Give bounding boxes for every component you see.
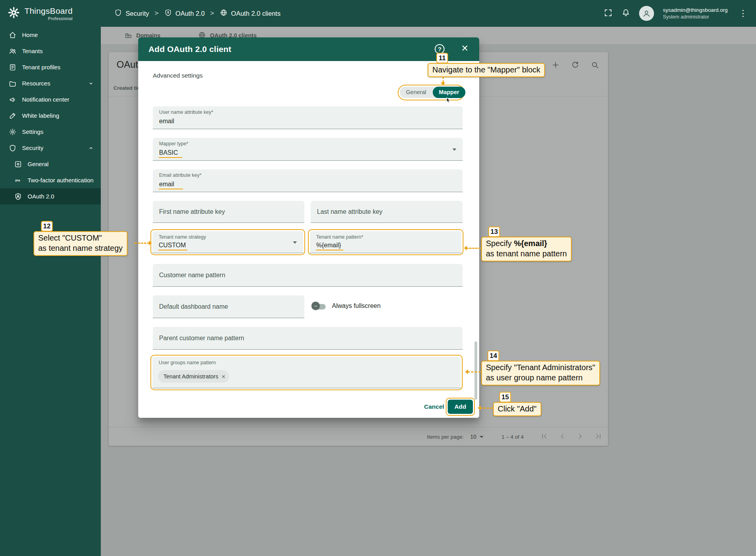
sidebar-item-security-general[interactable]: General	[0, 156, 101, 172]
general-settings-icon	[14, 160, 22, 168]
app-name: ThingsBoard	[24, 6, 72, 16]
close-icon[interactable]: ×	[461, 42, 468, 55]
sidebar-item-home[interactable]: Home	[0, 27, 101, 43]
tenant-strategy-highlight: Tenant name strategy CUSTOM	[150, 229, 305, 255]
tenant-name-strategy-select[interactable]: Tenant name strategy CUSTOM	[152, 231, 303, 253]
tenant-administrators-chip[interactable]: Tenant Administrators ×	[158, 370, 229, 383]
breadcrumb-oauth-clients[interactable]: OAuth 2.0 clients	[220, 9, 281, 18]
tutorial-underline	[159, 189, 183, 190]
white-labeling-icon	[9, 112, 17, 120]
sidebar-item-resources[interactable]: Resources	[0, 75, 101, 91]
breadcrumb-separator: >	[210, 9, 214, 17]
breadcrumb-oauth[interactable]: OAuth 2.0	[164, 9, 205, 18]
sidebar-item-oauth[interactable]: OAuth 2.0	[0, 188, 101, 204]
chevron-down-icon	[452, 148, 456, 151]
breadcrumb-security[interactable]: Security	[114, 9, 149, 18]
add-oauth-client-dialog: Add OAuth 2.0 client ? × Advanced settin…	[138, 37, 479, 418]
toggle-option-mapper[interactable]: Mapper	[433, 87, 466, 98]
top-bar: Security > OAuth 2.0 > OAuth 2.0 clients…	[101, 0, 756, 27]
first-name-attribute-key-field[interactable]: First name attribute key	[153, 201, 304, 223]
toggle-highlight: General Mapper	[398, 85, 465, 100]
user-groups-highlight: User groups name pattern Tenant Administ…	[150, 355, 463, 390]
two-factor-icon: 2FA	[14, 176, 22, 184]
tenant-pattern-highlight: Tenant name pattern* %{email}	[308, 229, 463, 255]
home-icon	[9, 31, 17, 39]
chevron-up-icon	[87, 145, 94, 152]
always-fullscreen-label: Always fullscreen	[332, 302, 381, 310]
app-edition: Professional	[48, 16, 73, 21]
settings-gear-icon	[9, 128, 17, 136]
mapper-type-select[interactable]: Mapper type* BASIC	[153, 138, 463, 161]
tenant-profiles-icon	[9, 63, 17, 71]
tutorial-underline	[316, 250, 343, 251]
parent-customer-name-pattern-field[interactable]: Parent customer name pattern	[153, 327, 463, 350]
advanced-settings-label: Advanced settings	[153, 72, 203, 79]
shield-lock-icon	[164, 9, 172, 18]
user-email: sysadmin@thingsboard.org	[663, 7, 728, 14]
sidebar-item-notification-center[interactable]: Notification center	[0, 91, 101, 107]
last-name-attribute-key-field[interactable]: Last name attribute key	[311, 201, 463, 223]
tenants-icon	[9, 47, 17, 55]
username-attribute-key-field[interactable]: User name attribute key* email	[153, 106, 463, 129]
add-button[interactable]: Add	[448, 400, 473, 414]
sidebar-item-white-labeling[interactable]: White labeling	[0, 107, 101, 124]
notifications-bell-icon[interactable]	[621, 8, 630, 19]
sidebar-item-settings[interactable]: Settings	[0, 124, 101, 140]
fullscreen-icon[interactable]	[604, 8, 613, 19]
breadcrumb-separator: >	[155, 9, 159, 17]
cancel-button[interactable]: Cancel	[424, 403, 444, 410]
customer-name-pattern-field[interactable]: Customer name pattern	[153, 264, 463, 287]
thingsboard-logo-icon	[7, 6, 20, 21]
chevron-down-icon	[87, 80, 94, 87]
email-attribute-key-field[interactable]: Email attribute key* email	[153, 169, 463, 192]
kebab-menu-icon[interactable]: ⋮	[736, 9, 750, 18]
tutorial-underline	[158, 250, 187, 251]
dialog-body: Advanced settings General Mapper User na…	[138, 61, 479, 418]
notification-center-icon	[9, 96, 17, 104]
breadcrumb: Security > OAuth 2.0 > OAuth 2.0 clients	[114, 9, 280, 18]
sidebar-item-tenant-profiles[interactable]: Tenant profiles	[0, 59, 101, 75]
chip-remove-icon[interactable]: ×	[221, 373, 225, 380]
sidebar: ThingsBoard Professional Home Tenants Te…	[0, 0, 101, 556]
add-button-highlight: Add	[446, 398, 475, 416]
oauth-shield-icon	[14, 193, 22, 200]
dialog-title: Add OAuth 2.0 client	[148, 44, 232, 54]
avatar[interactable]	[639, 6, 654, 21]
sidebar-nav: Home Tenants Tenant profiles Resources N…	[0, 27, 101, 204]
general-mapper-toggle: General Mapper	[400, 87, 465, 98]
dialog-header: Add OAuth 2.0 client ? ×	[138, 37, 479, 61]
shield-icon	[114, 9, 122, 18]
default-dashboard-name-field[interactable]: Default dashboard name	[153, 295, 304, 318]
resources-icon	[9, 80, 17, 87]
screen: ThingsBoard Professional Home Tenants Te…	[0, 0, 756, 556]
user-groups-name-pattern-field[interactable]: User groups name pattern Tenant Administ…	[152, 357, 461, 388]
sidebar-item-security[interactable]: Security	[0, 140, 101, 156]
modal-scrollbar[interactable]	[474, 341, 477, 400]
toggle-option-general[interactable]: General	[400, 87, 433, 98]
chevron-down-icon	[293, 241, 297, 244]
user-role: System administrator	[663, 14, 728, 20]
sidebar-item-tenants[interactable]: Tenants	[0, 43, 101, 59]
tenant-name-pattern-field[interactable]: Tenant name pattern* %{email}	[310, 231, 461, 253]
tutorial-underline	[159, 157, 182, 158]
app-logo[interactable]: ThingsBoard Professional	[0, 0, 101, 27]
toggle-knob: −	[311, 302, 320, 310]
always-fullscreen-toggle[interactable]: −	[312, 303, 326, 311]
sidebar-item-two-factor-authentication[interactable]: 2FA Two-factor authentication	[0, 172, 101, 188]
svg-text:2FA: 2FA	[15, 179, 20, 182]
security-shield-icon	[9, 144, 17, 152]
globe-icon	[220, 9, 228, 18]
help-icon[interactable]: ?	[435, 44, 445, 54]
